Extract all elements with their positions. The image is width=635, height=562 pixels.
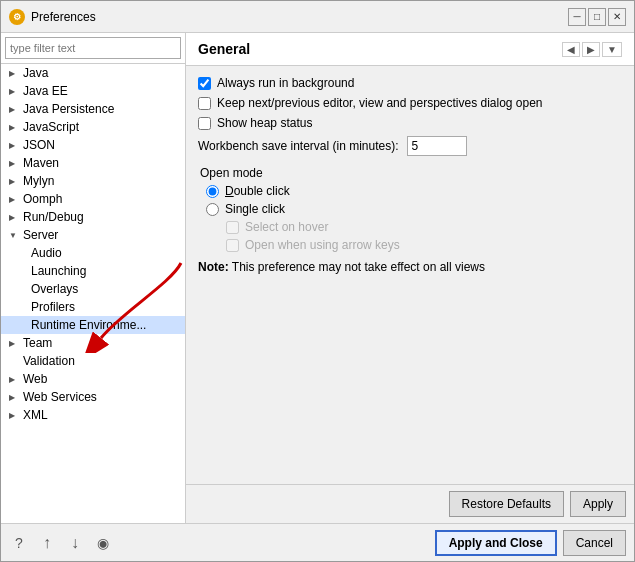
single-click-label[interactable]: Single click [225,202,285,216]
export-icon[interactable]: ↑ [37,533,57,553]
panel-title: General [198,41,250,57]
maximize-button[interactable]: □ [588,8,606,26]
expand-arrow: ▶ [9,123,19,132]
footer-buttons: Apply and Close Cancel [435,530,626,556]
tree-child-label: Overlays [31,282,78,296]
expand-arrow: ▼ [9,231,19,240]
save-interval-label: Workbench save interval (in minutes): [198,139,399,153]
tree-item-web[interactable]: ▶ Web [1,370,185,388]
expand-arrow: ▶ [9,141,19,150]
expand-arrow: ▶ [9,195,19,204]
single-click-row: Single click [198,202,622,216]
select-on-hover-checkbox[interactable] [226,221,239,234]
always-run-bg-row: Always run in background [198,76,622,90]
tree-item-mylyn[interactable]: ▶ Mylyn [1,172,185,190]
show-heap-label[interactable]: Show heap status [217,116,312,130]
tree-child-launching[interactable]: Launching [1,262,185,280]
always-run-bg-checkbox[interactable] [198,77,211,90]
expand-arrow: ▶ [9,375,19,384]
tree-area[interactable]: ▶ Java ▶ Java EE ▶ Java Persistence ▶ Ja… [1,64,185,523]
close-button[interactable]: ✕ [608,8,626,26]
tree-item-java-persistence[interactable]: ▶ Java Persistence [1,100,185,118]
nav-dropdown-button[interactable]: ▼ [602,42,622,57]
open-arrow-keys-checkbox[interactable] [226,239,239,252]
tree-child-label: Launching [31,264,86,278]
apply-button[interactable]: Apply [570,491,626,517]
tree-item-team[interactable]: ▶ Team [1,334,185,352]
tree-item-label: Java EE [23,84,68,98]
apply-and-close-button[interactable]: Apply and Close [435,530,557,556]
show-heap-checkbox[interactable] [198,117,211,130]
tree-item-oomph[interactable]: ▶ Oomph [1,190,185,208]
save-interval-input[interactable] [407,136,467,156]
nav-forward-button[interactable]: ▶ [582,42,600,57]
expand-arrow: ▶ [9,213,19,222]
tree-item-label: Mylyn [23,174,54,188]
tree-child-label: Runtime Environme... [31,318,146,332]
tree-item-java[interactable]: ▶ Java [1,64,185,82]
tree-item-maven[interactable]: ▶ Maven [1,154,185,172]
keep-dialog-label[interactable]: Keep next/previous editor, view and pers… [217,96,543,110]
tree-item-web-services[interactable]: ▶ Web Services [1,388,185,406]
tree-item-label: Server [23,228,58,242]
open-mode-label: Open mode [200,166,622,180]
open-arrow-keys-label: Open when using arrow keys [245,238,400,252]
show-heap-row: Show heap status [198,116,622,130]
single-click-radio[interactable] [206,203,219,216]
tree-item-label: Maven [23,156,59,170]
expand-arrow: ▶ [9,393,19,402]
note-content: This preference may not take effect on a… [232,260,485,274]
tree-child-runtime[interactable]: Runtime Environme... [1,316,185,334]
note-text: Note: This preference may not take effec… [198,260,622,274]
tree-item-label: JSON [23,138,55,152]
panel-content: Always run in background Keep next/previ… [186,66,634,484]
tree-item-xml[interactable]: ▶ XML [1,406,185,424]
tree-child-overlays[interactable]: Overlays [1,280,185,298]
settings-icon[interactable]: ◉ [93,533,113,553]
tree-item-json[interactable]: ▶ JSON [1,136,185,154]
tree-child-audio[interactable]: Audio [1,244,185,262]
tree-item-java-ee[interactable]: ▶ Java EE [1,82,185,100]
left-panel-wrapper: ▶ Java ▶ Java EE ▶ Java Persistence ▶ Ja… [1,33,186,523]
expand-arrow: ▶ [9,177,19,186]
preferences-window: ⚙ Preferences ─ □ ✕ ▶ Java [0,0,635,562]
tree-item-label: Web [23,372,47,386]
nav-back-button[interactable]: ◀ [562,42,580,57]
expand-arrow: ▶ [9,87,19,96]
tree-item-javascript[interactable]: ▶ JavaScript [1,118,185,136]
open-arrow-keys-row: Open when using arrow keys [198,238,622,252]
tree-item-server[interactable]: ▼ Server [1,226,185,244]
double-click-radio[interactable] [206,185,219,198]
filter-input[interactable] [5,37,181,59]
tree-item-label: Validation [23,354,75,368]
expand-arrow: ▶ [9,105,19,114]
tree-item-label: JavaScript [23,120,79,134]
help-icon[interactable]: ? [9,533,29,553]
tree-item-label: Java Persistence [23,102,114,116]
always-run-bg-label[interactable]: Always run in background [217,76,354,90]
tree-item-run-debug[interactable]: ▶ Run/Debug [1,208,185,226]
double-click-row: Double click [198,184,622,198]
import-icon[interactable]: ↓ [65,533,85,553]
footer-icons: ? ↑ ↓ ◉ [9,533,113,553]
minimize-button[interactable]: ─ [568,8,586,26]
tree-item-label: Java [23,66,48,80]
right-panel: General ◀ ▶ ▼ Always run in background K… [186,33,634,523]
tree-child-profilers[interactable]: Profilers [1,298,185,316]
tree-item-label: Team [23,336,52,350]
keep-dialog-checkbox[interactable] [198,97,211,110]
panel-nav: ◀ ▶ ▼ [562,42,622,57]
tree-item-label: Web Services [23,390,97,404]
tree-item-label: XML [23,408,48,422]
cancel-button[interactable]: Cancel [563,530,626,556]
main-content: ▶ Java ▶ Java EE ▶ Java Persistence ▶ Ja… [1,33,634,523]
tree-item-validation[interactable]: ▶ Validation [1,352,185,370]
tree-item-label: Oomph [23,192,62,206]
panel-header: General ◀ ▶ ▼ [186,33,634,66]
footer: ? ↑ ↓ ◉ Apply and Close Cancel [1,523,634,561]
window-title: Preferences [31,10,96,24]
double-click-label[interactable]: Double click [225,184,290,198]
title-bar-left: ⚙ Preferences [9,9,96,25]
tree-item-label: Run/Debug [23,210,84,224]
restore-defaults-button[interactable]: Restore Defaults [449,491,564,517]
